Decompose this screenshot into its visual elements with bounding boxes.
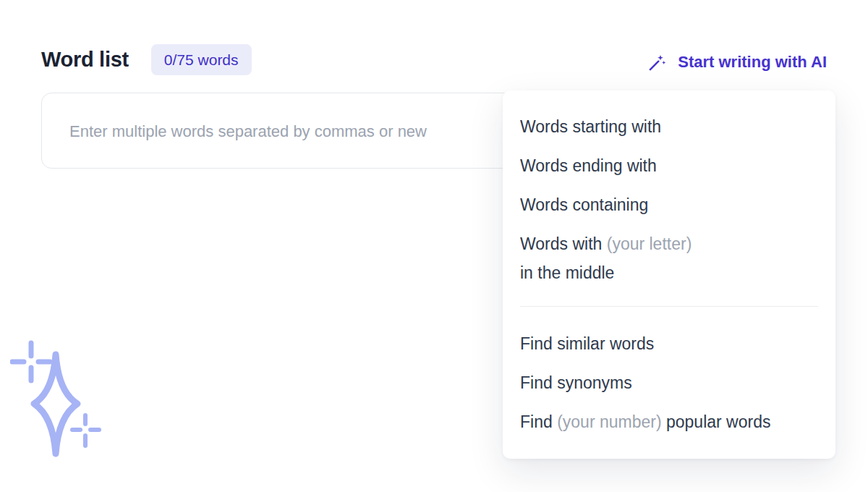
menu-divider — [520, 306, 818, 307]
menu-item-label: Find similar words — [520, 334, 654, 353]
menu-item-label: Words with — [520, 234, 607, 253]
start-writing-with-ai-button[interactable]: Start writing with AI — [647, 53, 827, 72]
magic-wand-icon — [647, 53, 667, 72]
word-count-badge: 0/75 words — [151, 44, 252, 75]
ai-suggestions-menu: Words starting withWords ending withWord… — [503, 90, 835, 459]
start-writing-with-ai-label: Start writing with AI — [678, 53, 827, 72]
menu-item[interactable]: Find synonyms — [503, 363, 835, 402]
menu-item[interactable]: Words ending with — [503, 146, 835, 185]
menu-item[interactable]: Words with (your letter)in the middle — [503, 224, 835, 292]
menu-item-label: popular words — [662, 412, 771, 431]
header: Word list 0/75 words Start writing with … — [41, 42, 827, 77]
menu-item-label: Words starting with — [520, 117, 661, 136]
menu-item[interactable]: Find (your number) popular words — [503, 402, 835, 441]
sparkles-illustration — [10, 337, 108, 463]
menu-item-label: Words ending with — [520, 156, 657, 175]
menu-item-label: Find synonyms — [520, 373, 632, 392]
menu-item-placeholder-text: (your letter) — [607, 234, 692, 253]
menu-item-label: Words containing — [520, 195, 648, 214]
menu-item-label: Find — [520, 412, 557, 431]
menu-item[interactable]: Words starting with — [503, 107, 835, 146]
menu-item-label: in the middle — [520, 263, 614, 282]
page-title: Word list — [41, 48, 129, 72]
menu-item[interactable]: Find similar words — [503, 324, 835, 363]
menu-item-placeholder-text: (your number) — [557, 412, 661, 431]
word-list-page: Word list 0/75 words Start writing with … — [0, 0, 868, 492]
menu-item[interactable]: Words containing — [503, 185, 835, 224]
